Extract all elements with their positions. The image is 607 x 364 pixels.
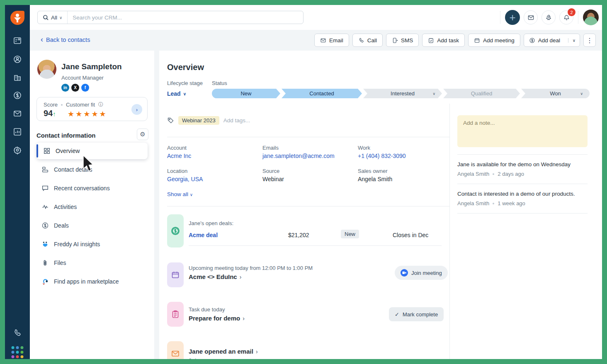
- stage-qualified[interactable]: Qualified: [443, 89, 520, 98]
- plus-icon: +: [509, 12, 515, 23]
- deal-closes: Closes in Dec: [393, 232, 428, 238]
- sidebar-item-overview[interactable]: Overview: [36, 143, 148, 159]
- dot-separator: [493, 173, 494, 175]
- stage-new[interactable]: New: [212, 89, 280, 98]
- sidebar-item-recent-conversations[interactable]: Recent conversations: [36, 180, 148, 197]
- email-button[interactable]: Email: [314, 34, 349, 47]
- rail-accounts-icon[interactable]: [12, 73, 22, 83]
- note-time: 1 week ago: [498, 200, 525, 206]
- lifecycle-stage-dropdown[interactable]: Lead ∨: [167, 90, 186, 97]
- user-avatar[interactable]: [583, 10, 599, 25]
- contact-info-settings-button[interactable]: ⚙: [137, 129, 148, 140]
- rail-dashboard-icon[interactable]: [12, 36, 22, 46]
- x-twitter-icon[interactable]: X: [71, 84, 79, 92]
- info-icon[interactable]: ⓘ: [98, 101, 103, 108]
- back-label: Back to contacts: [46, 36, 90, 43]
- sidebar-item-deals[interactable]: Deals: [36, 217, 148, 234]
- freshworks-logo[interactable]: [10, 11, 24, 25]
- score-card: Score Customer fit ⓘ 94↑ ★★★★★ ›: [36, 97, 148, 121]
- grid-icon: [43, 147, 51, 155]
- add-meeting-button[interactable]: Add meeting: [468, 34, 520, 47]
- rail-deals-icon[interactable]: [12, 90, 22, 100]
- field-value-phone[interactable]: +1 (404) 832-3090: [358, 153, 406, 159]
- call-button[interactable]: Call: [352, 34, 383, 47]
- page-title: Overview: [167, 63, 204, 72]
- task-title-link[interactable]: Prepare for demo›: [189, 315, 245, 322]
- status-label: Status: [212, 80, 227, 86]
- email-block-icon: [167, 341, 184, 359]
- contact-avatar[interactable]: [37, 60, 56, 79]
- contact-info-section-title: Contact information: [36, 132, 96, 139]
- more-actions-button[interactable]: ⋮: [583, 34, 596, 47]
- sidebar-item-label: Deals: [54, 222, 69, 229]
- record-action-bar: ‹ Back to contacts Email Call SMS Add ta…: [30, 30, 602, 51]
- add-deal-button-label: Add deal: [538, 37, 560, 44]
- score-value: 94: [44, 109, 53, 118]
- stage-interested[interactable]: Interested∨: [363, 89, 442, 98]
- sidebar-item-freddy-ai-insights[interactable]: Freddy AI insights: [36, 236, 148, 252]
- search-scope-dropdown[interactable]: All ∨: [38, 11, 68, 24]
- rail-phone-icon[interactable]: [12, 328, 22, 338]
- sidebar-item-marketplace[interactable]: Find apps in marketplace: [36, 273, 148, 290]
- add-deal-caret[interactable]: ∨: [568, 38, 580, 43]
- activity-icon: [41, 203, 49, 211]
- back-to-contacts-link[interactable]: ‹ Back to contacts: [41, 35, 90, 44]
- inbox-button[interactable]: [524, 10, 538, 24]
- app-window: All ∨ + 2 ‹ Back to contacts: [5, 5, 602, 359]
- rail-analytics-icon[interactable]: [12, 127, 22, 137]
- envelope-icon: [527, 14, 534, 21]
- stage-contacted[interactable]: Contacted: [282, 89, 362, 98]
- sms-button[interactable]: SMS: [386, 34, 419, 47]
- chevron-down-icon: ∨: [573, 38, 575, 43]
- apps-launcher-icon[interactable]: [12, 346, 24, 358]
- notifications-button[interactable]: 2: [559, 10, 573, 24]
- deal-name-link[interactable]: Acme deal: [189, 232, 218, 238]
- mark-complete-button[interactable]: ✓ Mark complete: [389, 307, 444, 321]
- chat-icon: [41, 184, 49, 192]
- call-button-label: Call: [367, 37, 377, 44]
- add-tags-input[interactable]: [223, 117, 306, 124]
- divider: [578, 11, 578, 24]
- note-meta: Angela Smith 2 days ago: [457, 171, 588, 177]
- sidebar-item-label: Recent conversations: [54, 185, 110, 192]
- rail-settings-icon[interactable]: [12, 145, 22, 155]
- tag-chip[interactable]: Webinar 2023: [178, 116, 219, 125]
- calendar-icon: [474, 37, 480, 44]
- field-value-email[interactable]: jane.sampleton@acme.com: [262, 153, 335, 159]
- top-bar: All ∨ + 2: [30, 5, 602, 30]
- stage-won[interactable]: Won∨: [521, 89, 590, 98]
- sidebar-item-activities[interactable]: Activities: [36, 199, 148, 215]
- sidebar-item-files[interactable]: Files: [36, 255, 148, 271]
- chevron-down-icon: ∨: [190, 192, 193, 197]
- dot-separator: [61, 104, 63, 106]
- sidebar-item-contact-details[interactable]: Contact details: [36, 161, 148, 178]
- quick-add-button[interactable]: +: [505, 10, 520, 25]
- rail-email-icon[interactable]: [12, 109, 22, 119]
- add-task-button[interactable]: Add task: [422, 34, 465, 47]
- meeting-title-link[interactable]: Acme <> EduInc›: [189, 273, 241, 280]
- freddy-ai-icon: [41, 240, 49, 248]
- email-activity-link[interactable]: Jane opened an email›: [189, 348, 258, 355]
- show-all-link[interactable]: Show all ∨: [167, 191, 193, 197]
- chevron-right-icon: ›: [136, 107, 138, 113]
- field-value-sales-owner: Angela Smith: [358, 176, 392, 182]
- facebook-icon[interactable]: f: [81, 84, 89, 92]
- task-block-icon: [167, 302, 184, 327]
- rail-contacts-icon[interactable]: [12, 54, 22, 64]
- add-note-input[interactable]: [463, 120, 582, 143]
- add-deal-button[interactable]: Add deal ∨: [524, 34, 580, 47]
- note-text: Jane is available for the demo on Wednes…: [457, 161, 588, 167]
- field-value-account[interactable]: Acme Inc: [167, 153, 191, 159]
- search-input[interactable]: [68, 15, 303, 21]
- join-meeting-button[interactable]: Join meeting: [395, 266, 448, 280]
- whats-new-button[interactable]: [541, 10, 556, 24]
- divider: [167, 206, 449, 206]
- field-value-location[interactable]: Georgia, USA: [167, 176, 203, 182]
- add-note-box[interactable]: [457, 115, 588, 147]
- linkedin-icon[interactable]: in: [61, 84, 69, 92]
- global-search[interactable]: All ∨: [37, 11, 304, 24]
- app-rail: [5, 5, 30, 359]
- sms-button-label: SMS: [401, 37, 413, 44]
- score-details-button[interactable]: ›: [131, 104, 142, 115]
- chevron-right-icon: ›: [240, 274, 242, 280]
